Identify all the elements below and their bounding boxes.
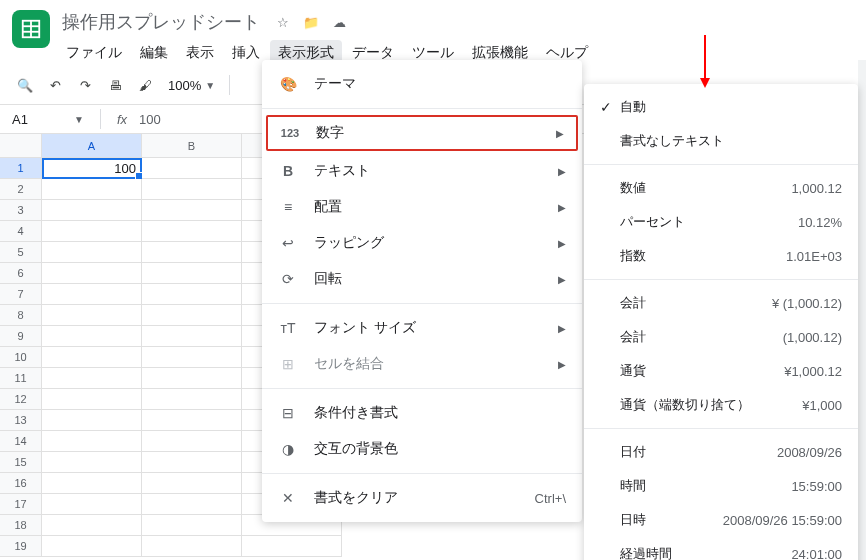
row-header[interactable]: 4: [0, 221, 42, 242]
col-header[interactable]: B: [142, 134, 242, 158]
cell-B12[interactable]: [142, 389, 242, 410]
paint-format-icon[interactable]: 🖌: [132, 72, 158, 98]
cell-B17[interactable]: [142, 494, 242, 515]
row-header[interactable]: 14: [0, 431, 42, 452]
format-menu-item-書式をクリア[interactable]: ✕書式をクリアCtrl+\: [262, 480, 582, 516]
cell-A6[interactable]: [42, 263, 142, 284]
row-header[interactable]: 15: [0, 452, 42, 473]
cell-A19[interactable]: [42, 536, 142, 557]
row-header[interactable]: 1: [0, 158, 42, 179]
formula-bar[interactable]: 100: [139, 112, 161, 127]
number-format-時間[interactable]: 時間15:59:00: [584, 469, 858, 503]
number-format-パーセント[interactable]: パーセント10.12%: [584, 205, 858, 239]
cell-B15[interactable]: [142, 452, 242, 473]
row-header[interactable]: 12: [0, 389, 42, 410]
number-format-会計[interactable]: 会計(1,000.12): [584, 320, 858, 354]
cell-B9[interactable]: [142, 326, 242, 347]
doc-title[interactable]: 操作用スプレッドシート: [58, 8, 264, 36]
format-menu-item-テーマ[interactable]: 🎨テーマ: [262, 66, 582, 102]
cell-A16[interactable]: [42, 473, 142, 494]
cell-B8[interactable]: [142, 305, 242, 326]
name-box[interactable]: A1: [12, 112, 62, 127]
cell-B5[interactable]: [142, 242, 242, 263]
cell-A15[interactable]: [42, 452, 142, 473]
menu-表示[interactable]: 表示: [178, 40, 222, 66]
namebox-dropdown-icon[interactable]: ▼: [74, 114, 84, 125]
cell-B6[interactable]: [142, 263, 242, 284]
row-header[interactable]: 10: [0, 347, 42, 368]
cell-A2[interactable]: [42, 179, 142, 200]
print-icon[interactable]: 🖶: [102, 72, 128, 98]
row-header[interactable]: 11: [0, 368, 42, 389]
format-menu-item-フォント サイズ[interactable]: тТフォント サイズ▶: [262, 310, 582, 346]
row-header[interactable]: 8: [0, 305, 42, 326]
scrollbar[interactable]: [858, 60, 866, 560]
cell-A9[interactable]: [42, 326, 142, 347]
zoom-selector[interactable]: 100% ▼: [162, 78, 221, 93]
cell-A7[interactable]: [42, 284, 142, 305]
number-format-通貨[interactable]: 通貨¥1,000.12: [584, 354, 858, 388]
cell-B10[interactable]: [142, 347, 242, 368]
row-header[interactable]: 5: [0, 242, 42, 263]
row-header[interactable]: 6: [0, 263, 42, 284]
cell-A1[interactable]: 100: [42, 158, 142, 179]
row-header[interactable]: 7: [0, 284, 42, 305]
sheets-logo[interactable]: [12, 10, 50, 48]
menu-編集[interactable]: 編集: [132, 40, 176, 66]
row-header[interactable]: 19: [0, 536, 42, 557]
cell-B1[interactable]: [142, 158, 242, 179]
cell-A18[interactable]: [42, 515, 142, 536]
select-all-corner[interactable]: [0, 134, 42, 158]
cell-A12[interactable]: [42, 389, 142, 410]
row-header[interactable]: 16: [0, 473, 42, 494]
number-format-会計[interactable]: 会計¥ (1,000.12): [584, 286, 858, 320]
cell-B7[interactable]: [142, 284, 242, 305]
move-icon[interactable]: 📁: [302, 13, 320, 31]
number-format-日付[interactable]: 日付2008/09/26: [584, 435, 858, 469]
row-header[interactable]: 13: [0, 410, 42, 431]
cell-A14[interactable]: [42, 431, 142, 452]
format-menu-item-数字[interactable]: 123数字▶: [266, 115, 578, 151]
cell-B18[interactable]: [142, 515, 242, 536]
number-format-指数[interactable]: 指数1.01E+03: [584, 239, 858, 273]
redo-icon[interactable]: ↷: [72, 72, 98, 98]
number-format-書式なしテキスト[interactable]: 書式なしテキスト: [584, 124, 858, 158]
format-menu-item-交互の背景色[interactable]: ◑交互の背景色: [262, 431, 582, 467]
row-header[interactable]: 9: [0, 326, 42, 347]
search-icon[interactable]: 🔍: [12, 72, 38, 98]
row-header[interactable]: 17: [0, 494, 42, 515]
row-header[interactable]: 18: [0, 515, 42, 536]
cell-A3[interactable]: [42, 200, 142, 221]
cell-B3[interactable]: [142, 200, 242, 221]
cell-B19[interactable]: [142, 536, 242, 557]
cell-B16[interactable]: [142, 473, 242, 494]
number-format-通貨（端数切り捨て）[interactable]: 通貨（端数切り捨て）¥1,000: [584, 388, 858, 422]
cell-A17[interactable]: [42, 494, 142, 515]
cell-B2[interactable]: [142, 179, 242, 200]
cell-A4[interactable]: [42, 221, 142, 242]
cell-C19[interactable]: [242, 536, 342, 557]
cell-B11[interactable]: [142, 368, 242, 389]
cell-A11[interactable]: [42, 368, 142, 389]
cell-A13[interactable]: [42, 410, 142, 431]
cell-A8[interactable]: [42, 305, 142, 326]
number-format-数値[interactable]: 数値1,000.12: [584, 171, 858, 205]
row-header[interactable]: 3: [0, 200, 42, 221]
format-menu-item-ラッピング[interactable]: ↩ラッピング▶: [262, 225, 582, 261]
row-header[interactable]: 2: [0, 179, 42, 200]
format-menu-item-テキスト[interactable]: Bテキスト▶: [262, 153, 582, 189]
cell-A10[interactable]: [42, 347, 142, 368]
star-icon[interactable]: ☆: [274, 13, 292, 31]
cell-B14[interactable]: [142, 431, 242, 452]
number-format-自動[interactable]: ✓自動: [584, 90, 858, 124]
cell-A5[interactable]: [42, 242, 142, 263]
format-menu-item-条件付き書式[interactable]: ⊟条件付き書式: [262, 395, 582, 431]
cloud-icon[interactable]: ☁: [330, 13, 348, 31]
menu-ファイル[interactable]: ファイル: [58, 40, 130, 66]
cell-B4[interactable]: [142, 221, 242, 242]
number-format-経過時間[interactable]: 経過時間24:01:00: [584, 537, 858, 560]
undo-icon[interactable]: ↶: [42, 72, 68, 98]
cell-B13[interactable]: [142, 410, 242, 431]
col-header[interactable]: A: [42, 134, 142, 158]
format-menu-item-回転[interactable]: ⟳回転▶: [262, 261, 582, 297]
